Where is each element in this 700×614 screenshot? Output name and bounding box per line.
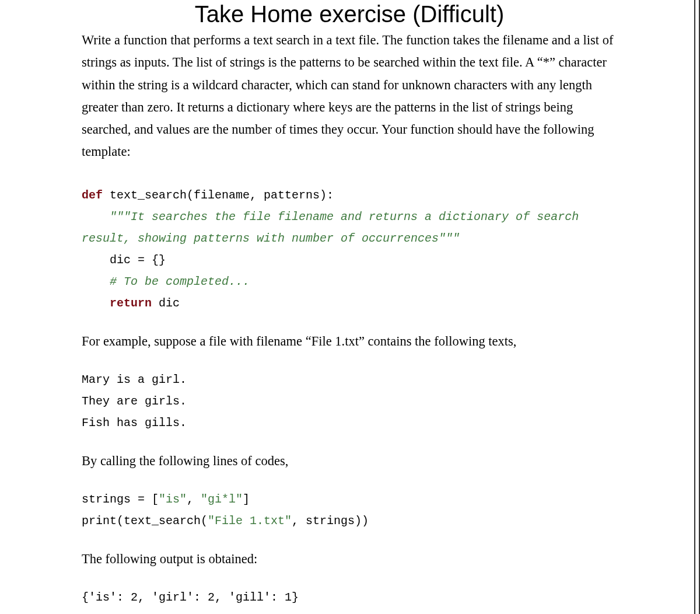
- string-literal-gistarl: "gi*l": [201, 493, 243, 506]
- template-code-block: def text_search(filename, patterns): """…: [82, 184, 617, 314]
- call-paragraph: By calling the following lines of codes,: [82, 450, 617, 472]
- output-intro-paragraph: The following output is obtained:: [82, 548, 617, 570]
- function-signature: text_search(filename, patterns):: [103, 189, 334, 202]
- strings-assign-prefix: strings = [: [82, 493, 159, 506]
- docstring-open: """: [82, 210, 131, 224]
- call-code-block: strings = ["is", "gi*l"] print(text_sear…: [82, 489, 617, 532]
- file-contents-block: Mary is a girl. They are girls. Fish has…: [82, 369, 617, 434]
- docstring-line-1: It searches the file filename and return…: [131, 210, 586, 224]
- print-call-prefix: print(text_search(: [82, 514, 208, 528]
- print-call-suffix: , strings)): [292, 514, 369, 528]
- docstring-line-2: result, showing patterns with number of …: [82, 232, 439, 245]
- list-comma: ,: [187, 493, 201, 506]
- intro-paragraph: Write a function that performs a text se…: [82, 29, 617, 163]
- keyword-def: def: [82, 189, 103, 202]
- output-block: {'is': 2, 'girl': 2, 'gill': 1}: [82, 587, 617, 608]
- todo-comment: # To be completed...: [82, 275, 250, 288]
- list-close: ]: [243, 493, 250, 506]
- string-literal-is: "is": [159, 493, 187, 506]
- page-title: Take Home exercise (Difficult): [82, 0, 617, 27]
- string-literal-filename: "File 1.txt": [208, 514, 292, 528]
- dic-line: dic = {}: [82, 253, 166, 267]
- document-page: Take Home exercise (Difficult) Write a f…: [0, 0, 700, 614]
- keyword-return: return: [82, 296, 152, 310]
- docstring-close: """: [439, 232, 460, 245]
- example-intro-paragraph: For example, suppose a file with filenam…: [82, 330, 617, 353]
- return-variable: dic: [152, 296, 180, 310]
